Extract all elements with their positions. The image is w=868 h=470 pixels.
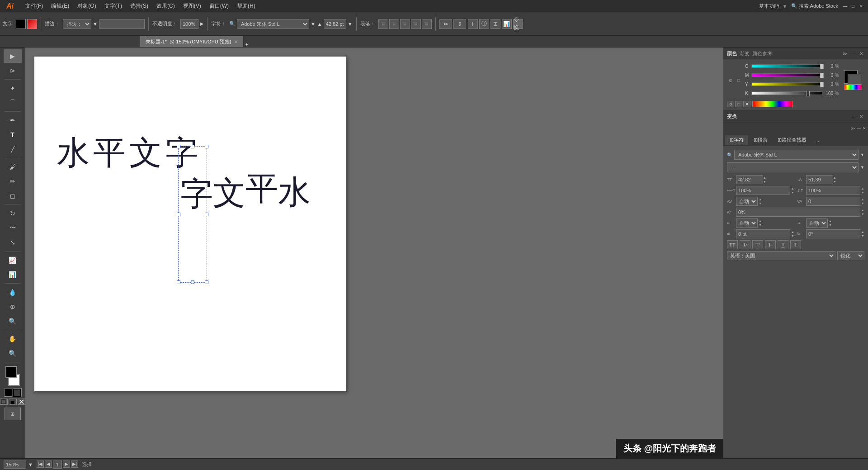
fill-color-swatch[interactable] (16, 19, 26, 29)
menu-text[interactable]: 文字(T) (101, 1, 126, 11)
k-slider[interactable] (751, 91, 822, 95)
space-down[interactable]: ▼ (791, 234, 794, 238)
new-tab-button[interactable]: + (245, 42, 248, 47)
eyedropper-tool[interactable]: 💧 (4, 285, 22, 299)
tt-all-caps-btn[interactable]: TT (727, 240, 738, 249)
align-right-button[interactable]: ≡ (400, 19, 410, 29)
v-scale-input[interactable] (806, 186, 860, 195)
swatch-icon[interactable]: □ (735, 76, 742, 84)
tracking-up[interactable]: ▲ (861, 197, 864, 201)
chart-button[interactable]: 📊 (502, 19, 512, 29)
opacity-input[interactable] (180, 19, 198, 29)
blob-tool[interactable]: ✏ (4, 175, 22, 188)
m-thumb[interactable] (820, 73, 824, 78)
indent-right-down[interactable]: ▼ (829, 223, 832, 227)
measure-tool[interactable]: ⊕ (4, 300, 22, 313)
char-panel-minimize[interactable]: — (857, 126, 861, 131)
indent-up[interactable]: ▲ (759, 219, 762, 223)
next-page-btn[interactable]: ▶ (63, 461, 70, 468)
h-scale-input[interactable] (736, 186, 790, 195)
space-before-input[interactable] (736, 229, 790, 238)
scale-tool[interactable]: ⤡ (4, 236, 22, 249)
paintbrush-tool[interactable]: 🖌 (4, 160, 22, 174)
rotation-handle[interactable] (191, 280, 194, 284)
transform-close[interactable]: ✕ (858, 113, 864, 119)
t-subscript-btn[interactable]: T₁ (765, 240, 776, 249)
c-slider[interactable] (751, 64, 822, 68)
indent-select[interactable]: 自动 (736, 218, 758, 228)
text-vertical-button[interactable]: ⇕ (453, 19, 466, 29)
h-scale-down[interactable]: ▼ (791, 190, 794, 195)
stroke-value-input[interactable] (99, 19, 145, 29)
v-scale-up[interactable]: ▲ (861, 186, 864, 190)
font-family-select[interactable]: Adobe 宋体 Std L (237, 19, 309, 29)
space-up[interactable]: ▲ (791, 230, 794, 234)
tab-paragraph[interactable]: ⊞ 段落 (749, 135, 772, 145)
minimize-button[interactable]: — (842, 3, 848, 9)
zoom-in-tool[interactable]: 🔍 (4, 347, 22, 360)
tracking-down[interactable]: ▼ (861, 201, 864, 205)
color-gradient-preview[interactable] (752, 101, 793, 107)
zoom-input[interactable] (4, 461, 26, 469)
page-number-input[interactable] (53, 461, 62, 469)
font-size-down[interactable]: ▼ (763, 180, 766, 184)
leading-up[interactable]: ▲ (833, 176, 836, 180)
color-panel-menu[interactable]: ≫ (842, 50, 848, 57)
hand-tool[interactable]: ✋ (4, 332, 22, 346)
menu-file[interactable]: 文件(F) (22, 1, 47, 11)
language-select[interactable]: 英语：美国 (727, 251, 835, 260)
transform-collapse[interactable]: — (850, 113, 856, 119)
t-superscript-btn[interactable]: T¹ (752, 240, 763, 249)
k-thumb[interactable] (806, 91, 810, 96)
prev-page-btn[interactable]: ◀ (45, 461, 52, 468)
rgb-mode-btn[interactable]: □ (735, 101, 742, 107)
type-tool[interactable]: T (4, 128, 22, 142)
handle-middle-left[interactable] (177, 213, 180, 216)
rotation-up[interactable]: ▲ (861, 230, 864, 234)
menu-object[interactable]: 对象(O) (74, 1, 99, 11)
tab-more[interactable]: ... (812, 135, 825, 145)
line-tool[interactable]: ╱ (4, 142, 22, 156)
leading-input[interactable] (806, 175, 833, 184)
indent-down[interactable]: ▼ (759, 223, 762, 227)
tab-path-finder[interactable]: ⊞ 路径查找器 (773, 135, 811, 145)
transform-button[interactable]: 变换 (513, 19, 523, 29)
sharpness-select[interactable]: 锐化 (837, 251, 864, 260)
handle-middle-right[interactable] (205, 213, 208, 216)
y-slider[interactable] (751, 82, 822, 86)
warp-tool[interactable]: 〜 (4, 221, 22, 235)
pen-tool[interactable]: ✒ (4, 114, 22, 127)
v-scale-down[interactable]: ▼ (861, 190, 864, 195)
y-thumb[interactable] (820, 82, 824, 87)
tr-small-caps-btn[interactable]: Tr (740, 240, 750, 249)
menu-view[interactable]: 视图(V) (179, 1, 205, 11)
m-slider[interactable] (751, 73, 822, 77)
graph-tool[interactable]: 📈 (4, 253, 22, 267)
menu-help[interactable]: 帮助(H) (233, 1, 259, 11)
h-scale-up[interactable]: ▲ (791, 186, 794, 190)
lasso-tool[interactable]: ⌒ (4, 96, 22, 109)
cmyk-mode-btn[interactable]: ⊙ (727, 101, 734, 107)
font-size-input[interactable] (324, 19, 346, 29)
t-strikethrough-btn[interactable]: T (790, 240, 801, 249)
stroke-indicator[interactable] (13, 389, 21, 397)
gradient-mode-btn[interactable]: ▣ (9, 399, 17, 405)
canvas-area[interactable]: 水平文字 水平文字 头条 @阳光下的奔跑者 (25, 47, 723, 458)
baseline-up[interactable]: ▲ (861, 208, 864, 212)
eraser-tool[interactable]: ◻ (4, 189, 22, 203)
document-tab[interactable]: 未标题-1* @ 150% (CMYK/GPU 预览) ✕ (140, 36, 244, 47)
handle-bottom-right[interactable] (205, 280, 208, 284)
tab-close-button[interactable]: ✕ (234, 39, 238, 44)
align-justify-all-button[interactable]: ≡ (422, 19, 432, 29)
search-font-icon[interactable]: 🔍 (727, 152, 732, 157)
select-tool[interactable]: ▶ (4, 49, 22, 63)
color-spectrum-bar[interactable] (844, 85, 862, 90)
fill-mode-btn[interactable]: □ (0, 399, 8, 405)
menu-edit[interactable]: 编辑(E) (47, 1, 73, 11)
zoom-tool[interactable]: 🔍 (4, 314, 22, 328)
glyphs-button[interactable]: T (468, 19, 478, 29)
direct-select-tool[interactable]: ⊳ (4, 64, 22, 77)
leading-down[interactable]: ▼ (833, 180, 836, 184)
char-size-input[interactable] (736, 175, 763, 184)
font-size-up[interactable]: ▲ (763, 176, 766, 180)
